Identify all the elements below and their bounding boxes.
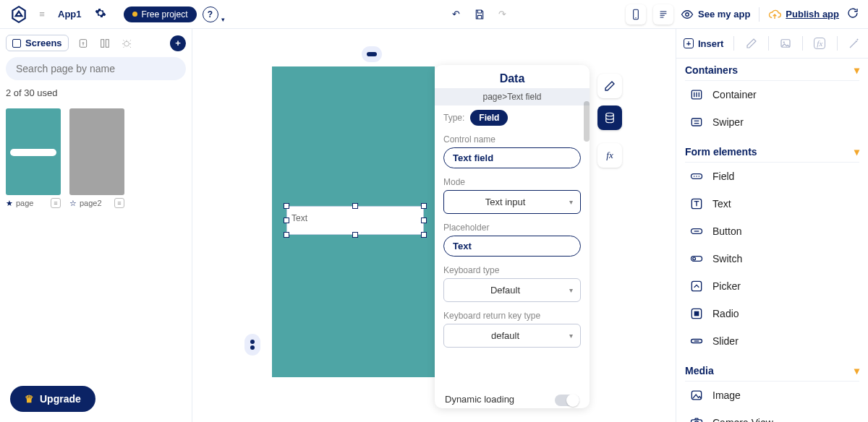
page-foot: ★ page ≡ xyxy=(6,198,61,208)
switch-icon xyxy=(688,250,705,267)
page-thumbnail[interactable]: ☆ page2 ≡ xyxy=(69,108,124,208)
canvas-side-handle[interactable] xyxy=(244,334,260,356)
picker-icon xyxy=(688,277,705,295)
properties-scrollbar[interactable] xyxy=(584,101,590,408)
properties-panel: Data page>Text field Type: Field Control… xyxy=(435,65,590,408)
insert-item-image[interactable]: Image xyxy=(685,382,859,409)
help-caret-icon[interactable]: ▾ xyxy=(221,16,225,23)
resize-handle[interactable] xyxy=(352,232,358,238)
mode-select[interactable]: Text input▾ xyxy=(443,190,581,214)
help-icon[interactable]: ? xyxy=(203,7,218,22)
add-page-button[interactable]: + xyxy=(170,35,186,51)
page-thumbnail[interactable]: ★ page ≡ xyxy=(6,108,61,208)
breadcrumb-icon[interactable]: ≡ xyxy=(33,7,51,22)
placeholder-label: Placeholder xyxy=(443,223,581,233)
field-icon xyxy=(688,168,705,185)
image-tab-icon[interactable] xyxy=(779,35,793,52)
return-key-select[interactable]: default▾ xyxy=(443,324,581,348)
insert-tab[interactable]: + Insert xyxy=(684,38,723,49)
group-header[interactable]: Form elements▾ xyxy=(685,146,859,163)
resize-handle[interactable] xyxy=(284,218,289,223)
gear-icon[interactable] xyxy=(95,7,106,21)
mode-label: Mode xyxy=(443,177,581,187)
edit-tab-icon[interactable] xyxy=(597,74,622,98)
undo-icon[interactable]: ↶ xyxy=(449,7,464,22)
type-pill[interactable]: Field xyxy=(470,110,508,126)
selected-text-field[interactable]: Text xyxy=(286,206,424,235)
data-tab-icon[interactable] xyxy=(597,106,622,130)
save-icon[interactable] xyxy=(472,7,487,22)
free-project-badge[interactable]: Free project xyxy=(124,7,197,22)
resize-handle[interactable] xyxy=(421,232,427,238)
placeholder-input[interactable] xyxy=(443,236,581,257)
columns-icon[interactable] xyxy=(98,36,112,51)
group-header[interactable]: Media▾ xyxy=(685,365,859,382)
separator xyxy=(733,36,734,51)
insert-item-radio[interactable]: Radio xyxy=(685,300,859,327)
insert-item-switch[interactable]: Switch xyxy=(685,245,859,272)
insert-item-camera[interactable]: Camera View xyxy=(685,409,859,422)
search-box[interactable] xyxy=(6,57,186,80)
separator xyxy=(768,36,769,51)
svg-point-15 xyxy=(699,176,700,177)
camera-icon xyxy=(688,414,705,422)
page-menu-icon[interactable]: ≡ xyxy=(51,198,61,208)
star-filled-icon[interactable]: ★ xyxy=(6,199,13,208)
resize-handle[interactable] xyxy=(284,203,289,209)
bug-icon[interactable] xyxy=(119,36,134,51)
right-panel-tabs: + Insert fx xyxy=(676,29,868,59)
export-icon[interactable] xyxy=(76,36,90,51)
insert-item-swiper[interactable]: Swiper xyxy=(685,108,859,136)
resize-handle[interactable] xyxy=(284,232,289,238)
keyboard-type-select[interactable]: Default▾ xyxy=(443,278,581,302)
formula-tab-icon[interactable]: fx xyxy=(597,143,622,168)
screens-button[interactable]: Screens xyxy=(6,35,69,51)
upgrade-button[interactable]: ♛ Upgrade xyxy=(10,386,95,412)
svg-point-1 xyxy=(635,17,636,18)
device-mobile-icon[interactable] xyxy=(626,4,646,25)
chevron-down-icon: ▾ xyxy=(569,198,573,206)
chevron-down-icon: ▾ xyxy=(854,64,859,76)
see-my-app-button[interactable]: See my app xyxy=(681,8,750,21)
page-menu-icon[interactable]: ≡ xyxy=(114,198,124,208)
canvas-top-handle[interactable] xyxy=(362,46,382,62)
properties-breadcrumb[interactable]: page>Text field xyxy=(435,88,590,106)
insert-list[interactable]: Containers▾ Container Swiper Form elemen… xyxy=(676,59,868,422)
reload-icon[interactable] xyxy=(846,7,859,22)
star-outline-icon[interactable]: ☆ xyxy=(69,199,77,208)
chevron-down-icon: ▾ xyxy=(569,332,573,340)
app-name: App1 xyxy=(58,9,82,20)
app-logo[interactable] xyxy=(9,4,29,25)
container-icon xyxy=(688,86,705,103)
center-toolbar: ↶ ↷ xyxy=(449,7,510,22)
chevron-down-icon: ▾ xyxy=(569,286,573,294)
publish-app-button[interactable]: Publish app xyxy=(768,8,839,21)
resize-handle[interactable] xyxy=(421,218,427,223)
chevron-down-icon: ▾ xyxy=(854,146,859,158)
separator xyxy=(802,36,803,51)
search-input[interactable] xyxy=(16,63,176,74)
dynamic-loading-toggle[interactable] xyxy=(555,395,579,406)
svg-rect-11 xyxy=(692,119,701,126)
group-header[interactable]: Containers▾ xyxy=(685,64,859,81)
insert-item-slider[interactable]: Slider xyxy=(685,327,859,355)
canvas[interactable]: Text Data page>Text field Type: Field Co… xyxy=(192,29,676,422)
insert-item-text[interactable]: Text xyxy=(685,190,859,218)
control-name-input[interactable] xyxy=(443,147,581,168)
resize-handle[interactable] xyxy=(421,203,427,209)
page-name: page2 xyxy=(80,199,102,207)
edit-tab-icon[interactable] xyxy=(744,35,758,52)
insert-item-button[interactable]: Button xyxy=(685,218,859,245)
insert-group-form: Form elements▾ Field Text Button Switch … xyxy=(676,140,868,359)
svg-point-2 xyxy=(686,12,689,16)
insert-item-container[interactable]: Container xyxy=(685,81,859,108)
redo-icon[interactable]: ↷ xyxy=(495,7,510,22)
device-scroll-icon[interactable] xyxy=(653,4,673,25)
left-panel-toolbar: Screens + xyxy=(6,35,186,51)
insert-item-picker[interactable]: Picker xyxy=(685,272,859,300)
magic-tab-icon[interactable] xyxy=(847,35,861,52)
fx-tab-icon[interactable]: fx xyxy=(813,35,827,52)
resize-handle[interactable] xyxy=(352,203,358,209)
insert-item-field[interactable]: Field xyxy=(685,163,859,190)
separator xyxy=(837,36,838,51)
